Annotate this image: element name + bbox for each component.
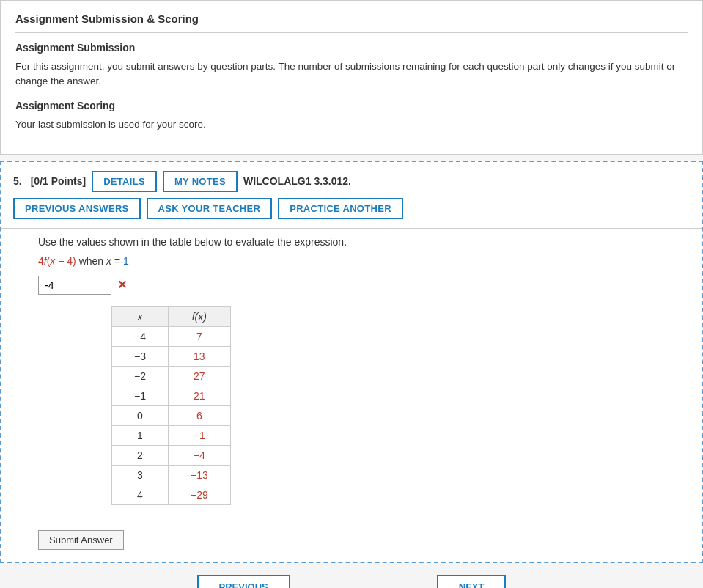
ask-teacher-button[interactable]: ASK YOUR TEACHER: [147, 198, 273, 219]
table-cell-x: −3: [112, 346, 169, 366]
expression-main: 4f(x − 4): [38, 255, 76, 267]
table-cell-fx: 7: [168, 326, 230, 346]
table-row: 06: [112, 405, 231, 425]
table-row: 4−29: [112, 485, 231, 504]
table-cell-x: −2: [112, 366, 169, 386]
table-cell-fx: 21: [168, 386, 230, 405]
expression-when: when x =: [79, 255, 123, 267]
table-cell-x: 1: [112, 425, 169, 445]
answer-input[interactable]: [38, 276, 111, 295]
expression-value: 1: [123, 255, 129, 267]
scoring-heading: Assignment Scoring: [15, 100, 688, 111]
question-points: [0/1 Points]: [31, 175, 86, 187]
question-number: 5.: [13, 175, 22, 187]
question-header: 5. [0/1 Points] DETAILS MY NOTES WILCOLA…: [1, 162, 702, 198]
table-cell-x: 3: [112, 465, 169, 485]
table-cell-x: −4: [112, 326, 169, 346]
table-row: −47: [112, 326, 231, 346]
table-cell-x: 2: [112, 445, 169, 465]
practice-another-button[interactable]: PRACTICE ANOTHER: [278, 198, 403, 219]
table-row: −121: [112, 386, 231, 405]
next-button[interactable]: NEXT: [437, 575, 507, 588]
submit-row: Submit Answer: [1, 520, 702, 562]
table-cell-x: 4: [112, 485, 169, 504]
submit-answer-button[interactable]: Submit Answer: [38, 530, 124, 550]
submission-heading: Assignment Submission: [15, 42, 688, 54]
table-cell-fx: −29: [168, 485, 230, 504]
problem-id: WILCOLALG1 3.3.012.: [243, 175, 351, 187]
question-box: 5. [0/1 Points] DETAILS MY NOTES WILCOLA…: [0, 161, 703, 563]
my-notes-button[interactable]: MY NOTES: [163, 171, 238, 192]
table-row: 1−1: [112, 425, 231, 445]
table-cell-x: 0: [112, 405, 169, 425]
wrong-icon: ✕: [117, 278, 127, 292]
panel-title: Assignment Submission & Scoring: [15, 12, 688, 33]
table-row: −227: [112, 366, 231, 386]
table-cell-fx: −13: [168, 465, 230, 485]
table-row: 3−13: [112, 465, 231, 485]
table-cell-fx: 27: [168, 366, 230, 386]
expression: 4f(x − 4) when x = 1: [38, 255, 687, 267]
table-cell-x: −1: [112, 386, 169, 405]
col-x-header: x: [112, 306, 169, 326]
bottom-nav: PREVIOUS NEXT: [0, 563, 703, 588]
table-row: 2−4: [112, 445, 231, 465]
instruction-text: Use the values shown in the table below …: [38, 236, 687, 248]
previous-button[interactable]: PREVIOUS: [197, 575, 290, 588]
previous-answers-button[interactable]: PREVIOUS ANSWERS: [13, 198, 141, 219]
table-cell-fx: −4: [168, 445, 230, 465]
assignment-info-panel: Assignment Submission & Scoring Assignme…: [0, 0, 703, 155]
table-row: −313: [112, 346, 231, 366]
details-button[interactable]: DETAILS: [92, 171, 157, 192]
data-table: x f(x) −47−313−227−121061−12−43−134−29: [111, 306, 231, 505]
table-cell-fx: −1: [168, 425, 230, 445]
submission-description: For this assignment, you submit answers …: [15, 59, 688, 89]
action-buttons-row: PREVIOUS ANSWERS ASK YOUR TEACHER PRACTI…: [1, 198, 702, 228]
scoring-description: Your last submission is used for your sc…: [15, 117, 688, 132]
table-cell-fx: 6: [168, 405, 230, 425]
col-fx-header: f(x): [168, 306, 230, 326]
answer-row: ✕: [38, 276, 687, 295]
table-cell-fx: 13: [168, 346, 230, 366]
question-content: Use the values shown in the table below …: [1, 229, 702, 520]
